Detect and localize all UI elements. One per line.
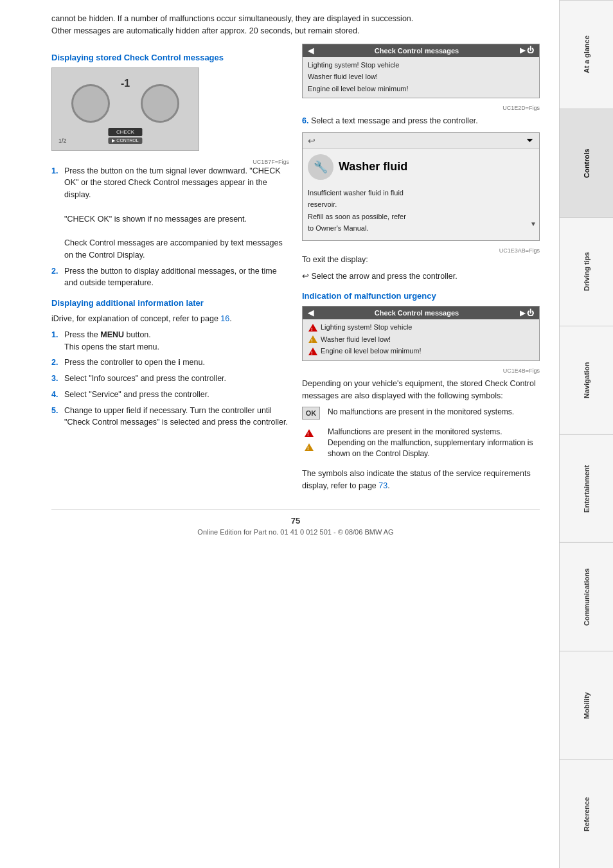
warn-triangle-red-0 (308, 323, 318, 332)
detail-header: ↩ ⏷ (303, 133, 539, 149)
fuel-bar: 1/2 (58, 137, 67, 144)
cc-header-2: ◀ Check Control messages ▶ ⏻ (303, 306, 539, 319)
warn-triangle-red-symbol (305, 429, 314, 437)
sidebar-tab-navigation-label: Navigation (583, 362, 591, 398)
step1b-text: "CHECK OK" is shown if no messages are p… (64, 215, 247, 224)
storing-steps-list: 1. Press the button on the turn signal l… (51, 165, 289, 290)
intro-p1: cannot be hidden. If a number of malfunc… (51, 13, 540, 25)
triangle-symbol-cell (302, 427, 321, 454)
cc-title-2: Check Control messages (375, 309, 459, 317)
storing-step-1: 1. Press the button on the turn signal l… (51, 165, 289, 261)
additional-step-3: 3. Select "Info sources" and press the c… (51, 373, 289, 385)
washer-icon: 🔧 (308, 154, 333, 180)
exit-display-instruction: ↩ Select the arrow and press the control… (302, 270, 540, 283)
sidebar-tab-controls[interactable]: Controls (560, 109, 613, 217)
page-number: 75 (51, 516, 540, 526)
cc-title-1: Check Control messages (375, 47, 459, 55)
img-caption-1: UC1B7F=Figs (51, 159, 289, 165)
tachometer-gauge (141, 84, 179, 123)
sidebar-tab-reference[interactable]: Reference (560, 759, 613, 868)
sidebar-tab-reference-label: Reference (583, 797, 591, 831)
sidebar-tab-entertainment-label: Entertainment (583, 465, 591, 512)
ok-symbol-text: No malfunctions are present in the monit… (328, 407, 514, 421)
triangle-yellow-box (302, 441, 316, 454)
malfunction-intro: Depending on your vehicle's equipment, t… (302, 378, 540, 402)
two-column-layout: Displaying stored Check Control messages… (51, 44, 540, 496)
additional-steps-list: 1. Press the MENU button.This opens the … (51, 329, 289, 429)
cc-body-2: Lighting system! Stop vehicle Washer flu… (303, 319, 539, 360)
washer-line2: reservoir. (308, 199, 534, 210)
symbol-row-triangle: Malfunctions are present in the monitore… (302, 427, 540, 463)
symbol-row-ok: OK No malfunctions are present in the mo… (302, 407, 540, 421)
storing-step-2: 2. Press the button to display additiona… (51, 265, 289, 290)
cc-msg-1-1: Washer fluid level low! (308, 71, 534, 82)
additional-step-2: 2. Press the controller to open the i me… (51, 357, 289, 369)
cc-warn-msg-0: Lighting system! Stop vehicle (308, 322, 534, 333)
detail-scroll-icon: ⏷ (526, 136, 534, 145)
washer-line3: Refill as soon as possible, refer (308, 211, 534, 222)
sidebar-tab-at-a-glance-label: At a glance (583, 36, 591, 74)
dashboard-mockup: -1 CHECK ▶ CONTROL 1/2 (52, 68, 199, 150)
cc-controls-2: ▶ ⏻ (520, 309, 534, 317)
img-caption-4: UC1E4B=Figs (302, 368, 540, 374)
check-ctrl-label: ▶ CONTROL (108, 137, 142, 144)
cc-controls-1: ▶ ⏻ (520, 46, 534, 55)
left-column: Displaying stored Check Control messages… (51, 44, 289, 496)
sidebar-tab-mobility-label: Mobility (583, 692, 591, 719)
cc-body-1: Lighting system! Stop vehicle Washer flu… (303, 57, 539, 98)
check-control-box-2: ◀ Check Control messages ▶ ⏻ Lighting sy… (302, 306, 540, 361)
sidebar-tab-communications[interactable]: Communications (560, 542, 613, 651)
step1-text: Press the button on the turn signal leve… (64, 166, 281, 200)
washer-line4: to Owner's Manual. (308, 223, 534, 234)
right-column: ◀ Check Control messages ▶ ⏻ Lighting sy… (302, 44, 540, 496)
additional-step-5: 5. Change to upper field if necessary. T… (51, 405, 289, 429)
closing-text: The symbols also indicate the status of … (302, 468, 540, 492)
additional-step-4: 4. Select "Service" and press the contro… (51, 389, 289, 401)
sidebar-tab-at-a-glance[interactable]: At a glance (560, 0, 613, 109)
additional-intro: iDrive, for explanation of concept, refe… (51, 313, 289, 325)
scroll-indicator: ▼ (530, 220, 537, 227)
section-heading-malfunction: Indication of malfunction urgency (302, 291, 540, 301)
cc-arrow-left-2: ◀ (308, 308, 314, 317)
ok-box: OK (302, 407, 320, 420)
sidebar-tab-mobility[interactable]: Mobility (560, 651, 613, 759)
cc-msg-1-0: Lighting system! Stop vehicle (308, 60, 534, 71)
washer-title: Washer fluid (339, 160, 407, 173)
cc-header-1: ◀ Check Control messages ▶ ⏻ (303, 44, 539, 57)
sidebar-tab-driving-tips-label: Driving tips (583, 252, 591, 291)
step6-text: 6. Select a text message and press the c… (302, 115, 540, 127)
triangle-symbol-text: Malfunctions are present in the monitore… (328, 427, 540, 463)
car-display-image: -1 CHECK ▶ CONTROL 1/2 (51, 67, 199, 151)
sidebar-tab-driving-tips[interactable]: Driving tips (560, 217, 613, 326)
speedometer-gauge (71, 84, 110, 123)
intro-p2: Other messages are automatically hidden … (51, 25, 540, 37)
washer-detail-body: Insufficient washer fluid in fluid reser… (303, 185, 539, 240)
exit-display-label: To exit the display: (302, 254, 540, 266)
sidebar-tabs: At a glance Controls Driving tips Naviga… (559, 0, 613, 868)
section-heading-storing: Displaying stored Check Control messages (51, 53, 289, 62)
triangle-red-box (302, 427, 316, 439)
section-heading-additional: Displaying additional information later (51, 298, 289, 308)
img-caption-2: UC1E2D=Figs (302, 105, 540, 111)
cc-warn-msg-2: Engine oil level below minimum! (308, 346, 534, 357)
washer-detail-box: ↩ ⏷ 🔧 Washer fluid Insufficient washer f… (302, 132, 540, 241)
check-btn-label: CHECK (108, 128, 142, 136)
ok-symbol-cell: OK (302, 407, 321, 420)
sidebar-tab-entertainment[interactable]: Entertainment (560, 434, 613, 543)
additional-step-1: 1. Press the MENU button.This opens the … (51, 329, 289, 353)
minus-one-indicator: -1 (121, 78, 130, 89)
sidebar-tab-controls-label: Controls (583, 148, 591, 177)
sidebar-tab-navigation[interactable]: Navigation (560, 326, 613, 434)
warn-triangle-yellow-symbol (305, 443, 314, 451)
detail-title-row: 🔧 Washer fluid (303, 149, 539, 185)
img-caption-3: UC1E3AB=Figs (302, 247, 540, 254)
cc-arrow-left-1: ◀ (308, 46, 314, 55)
page-footer: 75 Online Edition for Part no. 01 41 0 0… (51, 509, 540, 536)
cc-msg-1-2: Engine oil level below minimum! (308, 84, 534, 94)
back-arrow-icon: ↩ (308, 136, 315, 146)
check-control-box-1: ◀ Check Control messages ▶ ⏻ Lighting sy… (302, 44, 540, 99)
exit-display-text: To exit the display: ↩ Select the arrow … (302, 254, 540, 283)
sidebar-tab-communications-label: Communications (583, 569, 591, 626)
main-content: cannot be hidden. If a number of malfunc… (0, 0, 559, 868)
washer-line1: Insufficient washer fluid in fluid (308, 188, 534, 199)
